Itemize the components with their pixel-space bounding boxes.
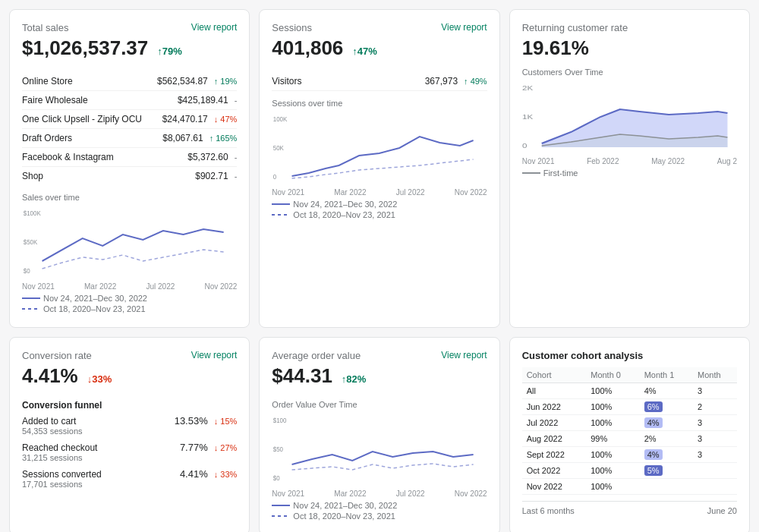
cohort-cell-m1: 4% (640, 415, 693, 431)
sessions-line-solid (272, 203, 290, 205)
cohort-cell-m2 (693, 463, 737, 479)
sales-chart-title: Sales over time (22, 193, 237, 202)
avg-order-x-axis: Nov 2021 Mar 2022 Jul 2022 Nov 2022 (272, 490, 487, 498)
svg-text:$0: $0 (24, 267, 30, 275)
sessions-chart: 100K 50K 0 (272, 114, 487, 182)
cohort-cell-m0: 100% (586, 399, 639, 415)
sales-row-value: $8,067.61 (162, 133, 203, 143)
conversion-row-label: Added to cart (22, 416, 76, 427)
avg-order-legend-current: Nov 24, 2021–Dec 30, 2022 (272, 501, 487, 510)
sessions-legend-prior: Oct 18, 2020–Nov 23, 2021 (272, 210, 487, 219)
cohort-header: Customer cohort analysis (522, 350, 737, 361)
cohort-cell-m0: 100% (586, 447, 639, 463)
conversion-row-top: Sessions converted 4.41% ↓ 33% (22, 468, 237, 480)
sales-breakdown-list: Online Store $562,534.87 ↑ 19% Faire Who… (22, 72, 237, 185)
sessions-legend: Nov 24, 2021–Dec 30, 2022 Oct 18, 2020–N… (272, 200, 487, 219)
cohort-cell-m0: 99% (586, 431, 639, 447)
total-sales-view-report[interactable]: View report (191, 22, 237, 33)
cohort-cell-m1: 5% (640, 463, 693, 479)
sessions-x-axis: Nov 2021 Mar 2022 Jul 2022 Nov 2022 (272, 188, 487, 197)
avg-order-line-solid (272, 505, 290, 506)
sales-row-value: $562,534.87 (157, 76, 208, 87)
conversion-row-change: ↓ 33% (214, 470, 238, 479)
sales-row-right: $902.71 - (195, 171, 237, 181)
total-sales-change: ↑79% (157, 46, 182, 57)
cohort-row: All 100% 4% 3 (522, 383, 737, 399)
sales-chart: $100K $50K $0 (22, 208, 237, 276)
sessions-chart-title: Sessions over time (272, 99, 487, 108)
conversion-rate-change: ↓33% (87, 373, 112, 385)
conversion-row-value: 13.53% (175, 415, 208, 427)
total-sales-header: Total sales View report (22, 22, 237, 33)
sales-row: Draft Orders $8,067.61 ↑ 165% (22, 129, 237, 148)
cohort-cell-cohort: Jul 2022 (522, 415, 587, 431)
returning-chart-title: Customers Over Time (522, 68, 737, 77)
sessions-view-report[interactable]: View report (441, 22, 487, 33)
sales-row-change: - (235, 172, 238, 181)
svg-text:100K: 100K (273, 115, 288, 124)
sales-row: Shop $902.71 - (22, 167, 237, 185)
conversion-rate-header: Conversion rate View report (22, 350, 237, 361)
avg-order-header: Average order value View report (272, 350, 487, 361)
conversion-funnel-row: Added to cart 13.53% ↓ 15% 54,353 sessio… (22, 415, 237, 436)
sales-x-axis: Nov 2021 Mar 2022 Jul 2022 Nov 2022 (22, 282, 237, 291)
conversion-rate-card: Conversion rate View report 4.41% ↓33% C… (9, 337, 250, 532)
sales-row-value: $425,189.41 (178, 95, 228, 105)
sales-row-label: Draft Orders (22, 133, 72, 143)
svg-text:50K: 50K (273, 144, 284, 153)
sales-row-label: Faire Wholesale (22, 95, 88, 105)
cohort-cell-cohort: Oct 2022 (522, 463, 587, 479)
sessions-header: Sessions View report (272, 22, 487, 33)
conversion-rate-value: 4.41% (22, 364, 78, 388)
sales-row-right: $5,372.60 - (187, 152, 237, 162)
cohort-cell-cohort: All (522, 383, 587, 399)
sales-row-label: One Click Upsell - Zipify OCU (22, 114, 142, 124)
conversion-row-sessions: 31,215 sessions (22, 453, 237, 462)
total-sales-title: Total sales (22, 22, 68, 33)
cohort-cell-cohort: Sept 2022 (522, 447, 587, 463)
visitors-label: Visitors (272, 76, 301, 87)
cohort-col-m2: Month (693, 367, 737, 383)
conversion-funnel-title: Conversion funnel (22, 400, 237, 411)
sales-row-right: $425,189.41 - (178, 95, 237, 105)
sessions-value: 401,806 (272, 36, 343, 60)
avg-order-view-report[interactable]: View report (441, 350, 487, 360)
sales-row-change: - (235, 153, 238, 162)
sessions-title: Sessions (272, 22, 312, 33)
returning-customer-title: Returning customer rate (522, 22, 628, 33)
cohort-row: Oct 2022 100% 5% (522, 463, 737, 479)
cohort-cell-m0: 100% (586, 415, 639, 431)
first-time-line (522, 172, 540, 174)
svg-text:$0: $0 (273, 474, 280, 483)
returning-x-axis: Nov 2021 Feb 2022 May 2022 Aug 2 (522, 157, 737, 165)
avg-order-legend: Nov 24, 2021–Dec 30, 2022 Oct 18, 2020–N… (272, 501, 487, 521)
total-sales-value: $1,026,537.37 (22, 36, 148, 60)
cohort-cell-m2: 3 (693, 447, 737, 463)
sales-row-value: $24,470.17 (162, 114, 208, 124)
cohort-cell-m1 (640, 479, 693, 495)
cohort-cell-m2 (693, 479, 737, 495)
cohort-cell-highlight: 5% (644, 465, 663, 476)
cohort-row: Aug 2022 99% 2% 3 (522, 431, 737, 447)
cohort-table-header-row: Cohort Month 0 Month 1 Month (522, 367, 737, 383)
conversion-row-change: ↓ 15% (214, 417, 238, 426)
avg-order-metric-row: $44.31 ↑82% (272, 364, 487, 391)
sales-row: Online Store $562,534.87 ↑ 19% (22, 72, 237, 91)
conversion-rate-view-report[interactable]: View report (191, 350, 237, 360)
conversion-row-top: Added to cart 13.53% ↓ 15% (22, 415, 237, 427)
conversion-row-sessions: 17,701 sessions (22, 480, 237, 489)
svg-text:$50K: $50K (24, 238, 38, 247)
avg-order-line-dashed (272, 515, 290, 517)
conversion-funnel-row: Reached checkout 7.77% ↓ 27% 31,215 sess… (22, 442, 237, 462)
cohort-cell-m2: 3 (693, 383, 737, 399)
returning-legend-firsttime: First-time (522, 168, 737, 178)
legend-line-dashed (22, 308, 40, 310)
conversion-row-value: 7.77% (180, 442, 208, 453)
returning-customer-header: Returning customer rate (522, 22, 737, 33)
returning-legend: First-time (522, 168, 737, 178)
cohort-col-m0: Month 0 (586, 367, 639, 383)
cohort-row: Jun 2022 100% 6% 2 (522, 399, 737, 415)
avg-order-title: Average order value (272, 350, 361, 361)
cohort-cell-m2: 3 (693, 415, 737, 431)
conversion-row-right: 4.41% ↓ 33% (180, 468, 237, 480)
